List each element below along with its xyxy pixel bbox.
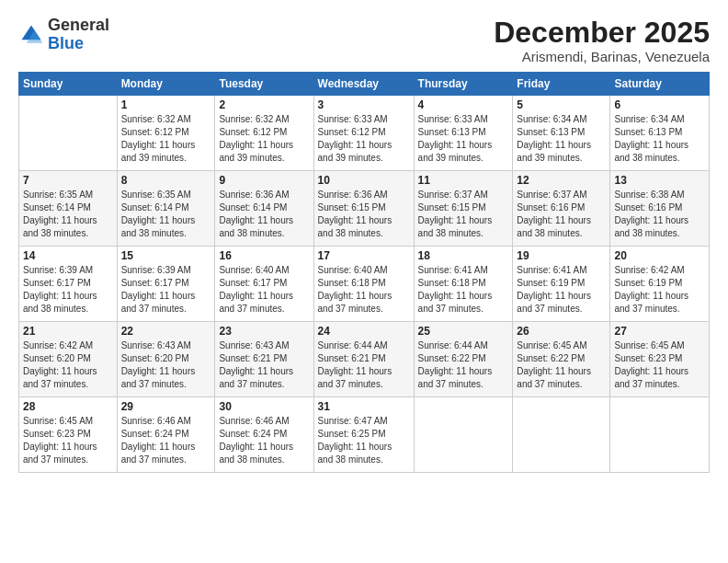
day-of-week-header: Monday [117, 73, 215, 96]
cell-info: Sunrise: 6:45 AM Sunset: 6:23 PM Dayligh… [614, 339, 705, 391]
day-number: 20 [614, 249, 705, 262]
day-number: 7 [23, 174, 113, 187]
logo-general-text: General [48, 16, 109, 34]
day-number: 6 [614, 98, 705, 111]
calendar-cell: 30Sunrise: 6:46 AM Sunset: 6:24 PM Dayli… [215, 397, 313, 473]
calendar-cell: 12Sunrise: 6:37 AM Sunset: 6:16 PM Dayli… [513, 171, 610, 247]
day-number: 28 [23, 400, 113, 413]
calendar-cell [610, 397, 710, 473]
cell-info: Sunrise: 6:37 AM Sunset: 6:15 PM Dayligh… [418, 189, 509, 240]
calendar-cell: 2Sunrise: 6:32 AM Sunset: 6:12 PM Daylig… [215, 96, 313, 171]
day-number: 13 [614, 174, 705, 187]
calendar-table: SundayMondayTuesdayWednesdayThursdayFrid… [18, 72, 710, 473]
day-number: 12 [517, 174, 606, 187]
cell-info: Sunrise: 6:34 AM Sunset: 6:13 PM Dayligh… [614, 113, 705, 165]
calendar-cell: 10Sunrise: 6:36 AM Sunset: 6:15 PM Dayli… [313, 171, 414, 247]
calendar-cell: 15Sunrise: 6:39 AM Sunset: 6:17 PM Dayli… [117, 247, 215, 322]
cell-info: Sunrise: 6:46 AM Sunset: 6:24 PM Dayligh… [219, 415, 309, 466]
cell-info: Sunrise: 6:33 AM Sunset: 6:12 PM Dayligh… [318, 113, 410, 165]
calendar-cell: 19Sunrise: 6:41 AM Sunset: 6:19 PM Dayli… [513, 247, 610, 322]
calendar-week-row: 14Sunrise: 6:39 AM Sunset: 6:17 PM Dayli… [19, 247, 710, 322]
day-number: 27 [614, 325, 705, 338]
cell-info: Sunrise: 6:40 AM Sunset: 6:17 PM Dayligh… [219, 264, 309, 316]
calendar-cell: 21Sunrise: 6:42 AM Sunset: 6:20 PM Dayli… [19, 322, 118, 397]
calendar-week-row: 28Sunrise: 6:45 AM Sunset: 6:23 PM Dayli… [19, 397, 710, 473]
calendar-cell: 25Sunrise: 6:44 AM Sunset: 6:22 PM Dayli… [414, 322, 513, 397]
day-number: 5 [517, 98, 606, 111]
location: Arismendi, Barinas, Venezuela [494, 49, 710, 64]
day-number: 26 [517, 325, 606, 338]
cell-info: Sunrise: 6:32 AM Sunset: 6:12 PM Dayligh… [219, 113, 309, 165]
day-number: 16 [219, 249, 309, 262]
calendar-cell: 3Sunrise: 6:33 AM Sunset: 6:12 PM Daylig… [313, 96, 414, 171]
cell-info: Sunrise: 6:36 AM Sunset: 6:14 PM Dayligh… [219, 189, 309, 240]
day-number: 22 [121, 325, 211, 338]
day-of-week-header: Tuesday [215, 73, 313, 96]
calendar-cell [19, 96, 118, 171]
cell-info: Sunrise: 6:35 AM Sunset: 6:14 PM Dayligh… [121, 189, 211, 240]
logo-icon [18, 22, 44, 48]
days-header-row: SundayMondayTuesdayWednesdayThursdayFrid… [19, 73, 710, 96]
cell-info: Sunrise: 6:44 AM Sunset: 6:22 PM Dayligh… [418, 339, 509, 391]
calendar-cell: 8Sunrise: 6:35 AM Sunset: 6:14 PM Daylig… [117, 171, 215, 247]
cell-info: Sunrise: 6:39 AM Sunset: 6:17 PM Dayligh… [23, 264, 113, 316]
cell-info: Sunrise: 6:33 AM Sunset: 6:13 PM Dayligh… [418, 113, 509, 165]
cell-info: Sunrise: 6:39 AM Sunset: 6:17 PM Dayligh… [121, 264, 211, 316]
day-of-week-header: Sunday [19, 73, 118, 96]
day-number: 24 [318, 325, 410, 338]
logo-blue-text: Blue [48, 34, 84, 52]
calendar-cell: 9Sunrise: 6:36 AM Sunset: 6:14 PM Daylig… [215, 171, 313, 247]
cell-info: Sunrise: 6:34 AM Sunset: 6:13 PM Dayligh… [517, 113, 606, 165]
cell-info: Sunrise: 6:42 AM Sunset: 6:20 PM Dayligh… [23, 339, 113, 391]
cell-info: Sunrise: 6:44 AM Sunset: 6:21 PM Dayligh… [318, 339, 410, 391]
calendar-cell: 31Sunrise: 6:47 AM Sunset: 6:25 PM Dayli… [313, 397, 414, 473]
cell-info: Sunrise: 6:40 AM Sunset: 6:18 PM Dayligh… [318, 264, 410, 316]
calendar-cell: 17Sunrise: 6:40 AM Sunset: 6:18 PM Dayli… [313, 247, 414, 322]
day-number: 19 [517, 249, 606, 262]
day-number: 14 [23, 249, 113, 262]
calendar-cell: 23Sunrise: 6:43 AM Sunset: 6:21 PM Dayli… [215, 322, 313, 397]
calendar-cell: 24Sunrise: 6:44 AM Sunset: 6:21 PM Dayli… [313, 322, 414, 397]
day-number: 23 [219, 325, 309, 338]
calendar-cell: 27Sunrise: 6:45 AM Sunset: 6:23 PM Dayli… [610, 322, 710, 397]
calendar-week-row: 1Sunrise: 6:32 AM Sunset: 6:12 PM Daylig… [19, 96, 710, 171]
calendar-week-row: 7Sunrise: 6:35 AM Sunset: 6:14 PM Daylig… [19, 171, 710, 247]
cell-info: Sunrise: 6:38 AM Sunset: 6:16 PM Dayligh… [614, 189, 705, 240]
day-number: 15 [121, 249, 211, 262]
cell-info: Sunrise: 6:32 AM Sunset: 6:12 PM Dayligh… [121, 113, 211, 165]
calendar-cell: 20Sunrise: 6:42 AM Sunset: 6:19 PM Dayli… [610, 247, 710, 322]
cell-info: Sunrise: 6:45 AM Sunset: 6:23 PM Dayligh… [23, 415, 113, 466]
cell-info: Sunrise: 6:42 AM Sunset: 6:19 PM Dayligh… [614, 264, 705, 316]
day-number: 25 [418, 325, 509, 338]
calendar-week-row: 21Sunrise: 6:42 AM Sunset: 6:20 PM Dayli… [19, 322, 710, 397]
calendar-cell: 1Sunrise: 6:32 AM Sunset: 6:12 PM Daylig… [117, 96, 215, 171]
cell-info: Sunrise: 6:46 AM Sunset: 6:24 PM Dayligh… [121, 415, 211, 466]
calendar-cell: 29Sunrise: 6:46 AM Sunset: 6:24 PM Dayli… [117, 397, 215, 473]
calendar-cell: 13Sunrise: 6:38 AM Sunset: 6:16 PM Dayli… [610, 171, 710, 247]
cell-info: Sunrise: 6:45 AM Sunset: 6:22 PM Dayligh… [517, 339, 606, 391]
day-number: 18 [418, 249, 509, 262]
logo: General Blue [18, 17, 109, 53]
calendar-cell: 4Sunrise: 6:33 AM Sunset: 6:13 PM Daylig… [414, 96, 513, 171]
calendar-cell: 28Sunrise: 6:45 AM Sunset: 6:23 PM Dayli… [19, 397, 118, 473]
cell-info: Sunrise: 6:37 AM Sunset: 6:16 PM Dayligh… [517, 189, 606, 240]
calendar-cell [513, 397, 610, 473]
day-number: 21 [23, 325, 113, 338]
cell-info: Sunrise: 6:41 AM Sunset: 6:19 PM Dayligh… [517, 264, 606, 316]
calendar-cell [414, 397, 513, 473]
day-number: 17 [318, 249, 410, 262]
calendar-cell: 7Sunrise: 6:35 AM Sunset: 6:14 PM Daylig… [19, 171, 118, 247]
cell-info: Sunrise: 6:43 AM Sunset: 6:21 PM Dayligh… [219, 339, 309, 391]
cell-info: Sunrise: 6:35 AM Sunset: 6:14 PM Dayligh… [23, 189, 113, 240]
calendar-cell: 14Sunrise: 6:39 AM Sunset: 6:17 PM Dayli… [19, 247, 118, 322]
cell-info: Sunrise: 6:36 AM Sunset: 6:15 PM Dayligh… [318, 189, 410, 240]
title-block: December 2025 Arismendi, Barinas, Venezu… [494, 17, 710, 64]
day-of-week-header: Friday [513, 73, 610, 96]
cell-info: Sunrise: 6:41 AM Sunset: 6:18 PM Dayligh… [418, 264, 509, 316]
day-number: 2 [219, 98, 309, 111]
day-number: 4 [418, 98, 509, 111]
day-number: 29 [121, 400, 211, 413]
day-number: 11 [418, 174, 509, 187]
day-of-week-header: Thursday [414, 73, 513, 96]
header: General Blue December 2025 Arismendi, Ba… [18, 17, 710, 64]
